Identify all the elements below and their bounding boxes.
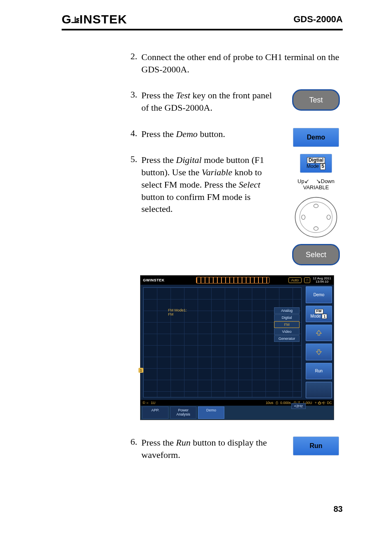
- step-text: Press the Run button to display the wave…: [141, 437, 281, 461]
- step-6-illustration: Run: [289, 437, 343, 455]
- auto-mode-pill: Auto: [288, 277, 302, 283]
- text-fragment: DC: [327, 401, 332, 405]
- product-model: GDS-2000A: [293, 14, 343, 25]
- text-fragment: Down: [321, 178, 334, 184]
- svg-point-4: [302, 215, 305, 220]
- oscope-grid: FM Mode1: FM 1 AnalogDigtialFMVideoGener…: [143, 287, 302, 397]
- mode-menu-item: Video: [274, 328, 300, 335]
- save-icon: ⎙: [276, 401, 278, 405]
- time-scale: 10us: [266, 401, 273, 405]
- mode-bottom-label: Mode 5: [307, 163, 325, 170]
- svg-point-3: [314, 227, 318, 231]
- freq-readout: <2Hz: [291, 403, 306, 409]
- oscope-body: FM Mode1: FM 1 AnalogDigtialFMVideoGener…: [141, 285, 334, 400]
- text-fragment: Mode: [311, 314, 322, 318]
- step-number: 6.: [127, 437, 137, 461]
- arrow-down-icon: ↙: [304, 178, 309, 184]
- step-5-row: 5. Press the Digital mode button (F1 but…: [127, 154, 343, 265]
- text-emphasis: Demo: [176, 129, 198, 139]
- step-6-row: 6. Press the Run button to display the w…: [127, 437, 343, 475]
- digital-mode-button-illustration: Digtial Mode 5: [300, 154, 332, 173]
- test-button-illustration: Test: [292, 89, 340, 111]
- text-fragment: Press the: [141, 90, 176, 100]
- fm-mode-label: Mode 1: [311, 314, 327, 319]
- trigger-pill-icon: ⎍: [304, 277, 310, 283]
- step-5: 5. Press the Digital mode button (F1 but…: [127, 154, 289, 215]
- oscope-brand: GWINSTEK: [143, 278, 165, 282]
- arrow-down-icon: ↘: [316, 178, 321, 184]
- step-text: Connect the other end of probe to CH1 te…: [141, 51, 343, 75]
- oscilloscope-screenshot: GWINSTEK Auto ⎍ 12 Aug 2011 13:54:10 FM …: [127, 275, 347, 420]
- step-4-row: 4. Press the Demo button. Demo: [127, 128, 343, 154]
- step-text: Press the Test key on the front panel of…: [141, 89, 281, 114]
- step-2: 2. Connect the other end of probe to CH1…: [127, 51, 343, 75]
- text-fragment: Press the: [141, 129, 176, 139]
- text-box: 5: [320, 163, 325, 170]
- mode-menu: AnalogDigtialFMVideoGenerator: [274, 307, 300, 342]
- side-fm-mode-button: FM Mode 1: [306, 306, 332, 322]
- waveform-preview-icon: [196, 277, 270, 283]
- step-3-illustration: Test: [289, 89, 343, 111]
- variable-knob-illustration: [293, 195, 339, 240]
- text-fragment: button.: [198, 129, 225, 139]
- page-header: G⫡INSTEK GDS-2000A: [62, 12, 343, 30]
- down-label: ↘Down: [316, 178, 334, 184]
- step-3: 3. Press the Test key on the front panel…: [127, 89, 289, 114]
- oscope-side-menu: Demo FM Mode 1 Run: [304, 285, 334, 400]
- step-number: 5.: [127, 154, 137, 215]
- oscope-tab: APP.: [142, 406, 168, 419]
- step-number: 4.: [127, 128, 137, 140]
- text-emphasis: Run: [176, 437, 190, 448]
- content-area: 2. Connect the other end of probe to CH1…: [62, 30, 343, 475]
- volt-scale: 1U: [151, 401, 155, 405]
- variable-label: VARIABLE: [297, 184, 334, 190]
- page-number: 83: [334, 504, 343, 514]
- side-up-arrow-button: [306, 325, 332, 341]
- oscope-tab: Demo: [198, 406, 224, 419]
- svg-point-5: [327, 215, 330, 220]
- text-fragment: Press the: [141, 155, 176, 165]
- variable-knob-cluster: Up↙ ↘Down VARIABLE: [297, 177, 334, 190]
- mode-menu-item: FM: [274, 321, 300, 328]
- oscope-datetime: 12 Aug 2011 13:54:10: [313, 277, 331, 283]
- step-number: 2.: [127, 51, 137, 75]
- select-button-illustration: Select: [292, 244, 340, 265]
- step-4: 4. Press the Demo button.: [127, 128, 289, 140]
- text-fragment: Up: [297, 178, 304, 184]
- text-emphasis: Test: [176, 90, 190, 100]
- run-button-illustration: Run: [293, 437, 339, 455]
- svg-point-2: [314, 204, 318, 208]
- step-5-illustration: Digtial Mode 5 Up↙ ↘Down VARIABLE: [289, 154, 343, 265]
- up-down-labels: Up↙ ↘Down: [297, 178, 334, 184]
- side-down-arrow-button: [306, 344, 332, 360]
- oscilloscope-frame: GWINSTEK Auto ⎍ 12 Aug 2011 13:54:10 FM …: [140, 275, 334, 420]
- oscope-top-bar: GWINSTEK Auto ⎍ 12 Aug 2011 13:54:10: [141, 276, 334, 285]
- text-emphasis: Select: [239, 179, 261, 190]
- step-text: Press the Demo button.: [141, 128, 225, 140]
- mode-top-label: Digtial: [307, 157, 325, 163]
- up-label: Up↙: [297, 178, 309, 184]
- text-fragment: button to confirm FM mode is selected.: [141, 192, 251, 214]
- channel-marker: 1: [138, 368, 143, 373]
- step-text: Press the Digital mode button (F1 button…: [141, 154, 281, 215]
- text-box: 1: [322, 314, 327, 319]
- text-fragment: Mode: [307, 163, 320, 169]
- brand-logo: G⫡INSTEK: [62, 12, 127, 26]
- side-run-button: Run: [306, 363, 332, 379]
- text-fragment: Press the: [141, 437, 176, 448]
- step-number: 3.: [127, 89, 137, 114]
- side-demo-button: Demo: [306, 286, 332, 303]
- svg-point-1: [300, 202, 332, 233]
- document-page: G⫡INSTEK GDS-2000A 2. Connect the other …: [0, 0, 392, 555]
- demo-button-illustration: Demo: [293, 128, 339, 147]
- oscope-tab: Power Analysis: [170, 406, 196, 419]
- step-4-illustration: Demo: [289, 128, 343, 147]
- channel-indicator: ① =: [142, 401, 148, 405]
- mode-menu-item: Analog: [274, 307, 300, 314]
- side-empty-button: [306, 382, 332, 398]
- time-position: 0.000s: [280, 401, 291, 405]
- mode-menu-item: Digtial: [274, 314, 300, 321]
- mode-menu-item: Generator: [274, 335, 300, 342]
- fm-mode-label: FM Mode1: FM: [168, 308, 187, 316]
- text-emphasis: Digital: [176, 155, 201, 165]
